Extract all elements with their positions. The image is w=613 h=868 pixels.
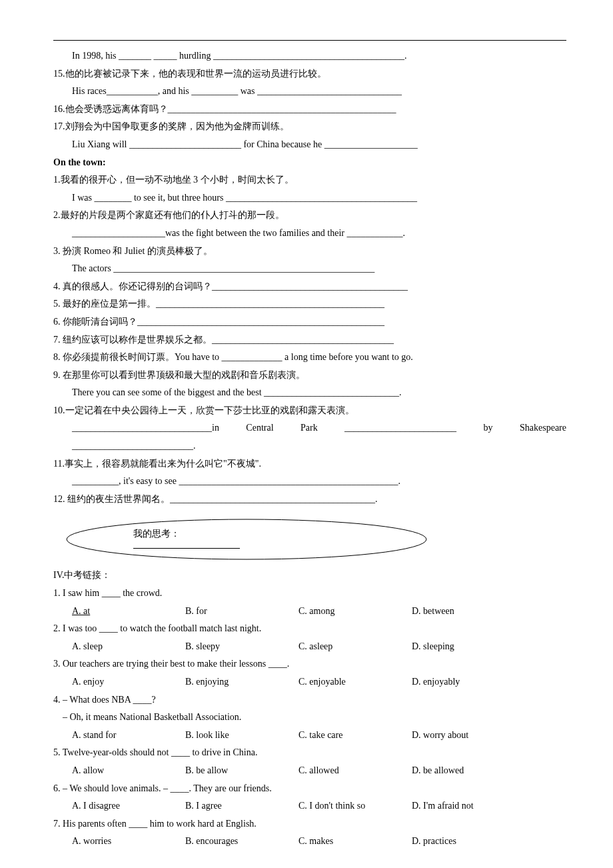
mc6-opt-c: C. I don't think so [299,797,412,815]
mc4-opt-d: D. worry about [412,727,545,745]
mc1-options: A. at B. for C. among D. between [53,603,566,621]
mc3-opt-b: B. enjoying [185,673,299,691]
mc5-opt-a: A. allow [53,762,185,780]
mc3-opt-d: D. enjoyably [412,673,545,691]
mc1-opt-c: C. among [299,603,412,621]
mc7-opt-a: A. worries [53,833,185,851]
town-q3-chinese: 3. 扮演 Romeo 和 Juliet 的演员棒极了。 [53,243,566,261]
q17-chinese: 17.刘翔会为中国争取更多的奖牌，因为他为金牌而训练。 [53,118,566,136]
town-q8: 8. 你必须提前很长时间订票。You have to _____________… [53,349,566,367]
town-q1-chinese: 1.我看的很开心，但一动不动地坐 3 个小时，时间太长了。 [53,171,566,189]
mc6-opt-b: B. I agree [185,797,299,815]
mc6-options: A. I disagree B. I agree C. I don't thin… [53,797,566,815]
mc2-opt-a: A. sleep [53,638,185,656]
town-q2-english: ____________________was the fight betwee… [53,225,566,243]
town-q10-english-b: __________________________. [53,437,566,455]
town-q9-english: There you can see some of the biggest an… [53,384,566,402]
mc5-opt-d: D. be allowed [412,762,545,780]
mc6-opt-a: A. I disagree [53,797,185,815]
mc4-options: A. stand for B. look like C. take care D… [53,727,566,745]
mc2-opt-d: D. sleeping [412,638,545,656]
mc7-opt-c: C. makes [299,833,412,851]
mc5-opt-b: B. be allow [185,762,299,780]
mc3-options: A. enjoy B. enjoying C. enjoyable D. enj… [53,673,566,691]
mc3-question: 3. Our teachers are trying their best to… [53,655,566,673]
mc4-question-1: 4. – What does NBA ____? [53,691,566,709]
section-iv: IV.中考链接： [53,567,566,585]
mc5-question: 5. Twelve-year-olds should not ____ to d… [53,744,566,762]
svg-point-0 [67,519,426,559]
town-q2-part2: lies and their ____________. [297,228,405,238]
q17-english: Liu Xiang will ________________________ … [53,136,566,154]
mc2-opt-b: B. sleepy [185,638,299,656]
mc7-opt-b: B. encourages [185,833,299,851]
mc1-opt-d: D. between [412,603,545,621]
q15-english: His races___________, and his __________… [53,83,566,101]
town-q5: 5. 最好的座位是第一排。___________________________… [53,295,566,313]
town-q10-english-a: ______________________________in Central… [53,419,566,437]
mc6-opt-d: D. I'm afraid not [412,797,545,815]
town-q7: 7. 纽约应该可以称作是世界娱乐之都。_____________________… [53,331,566,349]
mc7-question: 7. His parents often ____ him to work ha… [53,815,566,833]
town-q3-english: The actors _____________________________… [53,260,566,278]
q16: 16.他会受诱惑远离体育吗？__________________________… [53,101,566,119]
town-q10-chinese: 10.一定记着在中央公园待上一天，欣赏一下莎士比亚的戏剧和露天表演。 [53,402,566,420]
mc2-opt-c: C. asleep [299,638,412,656]
top-rule [53,40,566,41]
thought-bubble: 我的思考： [53,516,566,563]
town-q4: 4. 真的很感人。你还记得别的台词吗？_____________________… [53,278,566,296]
mc4-opt-c: C. take care [299,727,412,745]
mc3-opt-a: A. enjoy [53,673,185,691]
town-q2-chinese: 2.最好的片段是两个家庭还有他们的仆人打斗的那一段。 [53,207,566,225]
q15-chinese: 15.他的比赛被记录下来，他的表现和世界一流的运动员进行比较。 [53,65,566,83]
mc7-opt-d: D. practices [412,833,545,851]
town-q2-part1: ____________________was the fight betwee… [72,228,297,238]
mc4-question-2: – Oh, it means National Basketball Assoc… [53,709,566,727]
section-on-the-town: On the town: [53,154,566,172]
town-q1-english: I was ________ to see it, but three hour… [53,189,566,207]
town-q9-chinese: 9. 在那里你可以看到世界顶级和最大型的戏剧和音乐剧表演。 [53,367,566,385]
q14-english: In 1998, his _______ _____ hurdling ____… [53,47,566,65]
mc5-opt-c: C. allowed [299,762,412,780]
mc1-opt-b: B. for [185,603,299,621]
mc1-question: 1. I saw him ____ the crowd. [53,585,566,603]
town-q6: 6. 你能听清台词吗？_____________________________… [53,313,566,331]
mc4-opt-a: A. stand for [53,727,185,745]
mc4-opt-b: B. look like [185,727,299,745]
mc2-question: 2. I was too ____ to watch the football … [53,620,566,638]
bubble-underline [133,548,240,549]
mc7-options: A. worries B. encourages C. makes D. pra… [53,833,566,851]
ellipse-icon [60,516,433,563]
mc1-opt-a: A. at [53,603,185,621]
bubble-label: 我的思考： [133,525,180,543]
mc2-options: A. sleep B. sleepy C. asleep D. sleeping [53,638,566,656]
mc6-question: 6. – We should love animals. – ____. The… [53,780,566,798]
town-q12: 12. 纽约的夜生活世界闻名。_________________________… [53,491,566,509]
mc5-options: A. allow B. be allow C. allowed D. be al… [53,762,566,780]
town-q11-chinese: 11.事实上，很容易就能看出来为什么叫它"不夜城". [53,455,566,473]
mc3-opt-c: C. enjoyable [299,673,412,691]
town-q11-english: __________, it's easy to see ___________… [53,473,566,491]
